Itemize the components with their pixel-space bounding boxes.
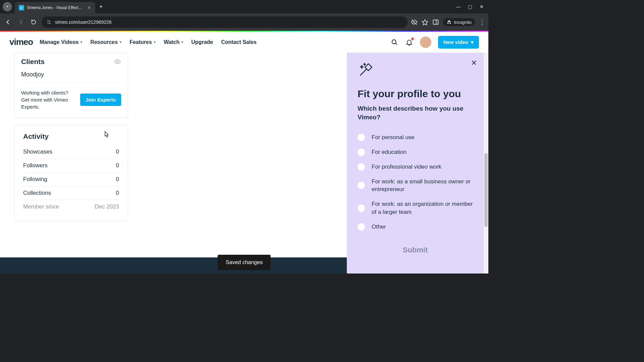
experts-blurb: Working with clients? Get more with Vime… — [21, 89, 75, 110]
nav-resources[interactable]: Resources▾ — [90, 39, 121, 45]
chevron-down-icon: ▾ — [80, 40, 82, 44]
maximize-icon[interactable]: ▢ — [468, 4, 472, 9]
address-bar[interactable]: vimeo.com/user212969226 — [42, 16, 408, 28]
site-header: vimeo Manage Videos▾ Resources▾ Features… — [0, 32, 488, 53]
activity-row-member-since: Member since Dec 2023 — [23, 200, 119, 214]
notifications-icon[interactable] — [405, 38, 413, 46]
activity-row-showcases[interactable]: Showcases 0 — [23, 145, 119, 159]
radio-icon — [358, 223, 365, 231]
main-nav: Manage Videos▾ Resources▾ Features▾ Watc… — [40, 39, 257, 45]
option-small-business[interactable]: For work: as a small business owner or e… — [358, 178, 473, 194]
nav-watch[interactable]: Watch▾ — [164, 39, 183, 45]
browser-profile-chip[interactable] — [3, 2, 12, 11]
incognito-chip[interactable]: Incognito — [443, 18, 475, 26]
client-item[interactable]: Moodjoy — [21, 71, 121, 83]
panel-title: Fit your profile to you — [358, 88, 473, 100]
activity-card: Activity Showcases 0 Followers 0 Followi… — [14, 125, 128, 221]
site-settings-icon[interactable] — [46, 19, 52, 25]
nav-manage-videos[interactable]: Manage Videos▾ — [40, 39, 82, 45]
magic-wand-icon — [358, 63, 473, 79]
chevron-down-icon: ▾ — [471, 39, 474, 45]
option-professional[interactable]: For professional video work — [358, 163, 473, 171]
profile-questionnaire-panel: ✕ Fit your profile to you Which best des… — [347, 53, 484, 274]
svg-line-11 — [395, 43, 397, 44]
option-organization[interactable]: For work: as an organization or member o… — [358, 200, 473, 216]
url-text: vimeo.com/user212969226 — [55, 19, 112, 25]
option-other[interactable]: Other — [358, 223, 473, 231]
radio-icon — [358, 163, 365, 171]
vimeo-favicon: v — [19, 5, 24, 10]
window-controls: — ▢ ✕ — [456, 4, 486, 9]
browser-tab[interactable]: v Sheena Jones - Visual Effects P ✕ — [15, 2, 95, 13]
clients-heading: Clients — [21, 58, 45, 66]
avatar[interactable] — [420, 37, 431, 48]
svg-marker-0 — [6, 6, 9, 7]
svg-point-4 — [49, 23, 50, 24]
svg-point-12 — [116, 61, 118, 63]
toast-saved-changes: Saved changes — [218, 255, 271, 270]
minimize-icon[interactable]: — — [456, 4, 461, 9]
radio-icon — [358, 182, 365, 189]
browser-titlebar: v Sheena Jones - Visual Effects P ✕ + — … — [0, 0, 488, 13]
new-video-button[interactable]: New video ▾ — [438, 36, 479, 49]
nav-features[interactable]: Features▾ — [129, 39, 156, 45]
visibility-icon[interactable] — [114, 58, 121, 65]
chevron-down-icon: ▾ — [181, 40, 183, 44]
scrollbar-thumb[interactable] — [484, 153, 488, 227]
radio-icon — [358, 148, 365, 156]
radio-icon — [358, 134, 365, 141]
chevron-down-icon: ▾ — [154, 40, 156, 44]
new-tab-button[interactable]: + — [99, 3, 103, 10]
svg-marker-7 — [422, 20, 428, 25]
nav-upgrade[interactable]: Upgrade — [191, 39, 213, 45]
tab-title: Sheena Jones - Visual Effects P — [27, 5, 84, 10]
reload-button[interactable] — [29, 17, 38, 27]
tab-close-icon[interactable]: ✕ — [87, 5, 91, 10]
submit-button[interactable]: Submit — [358, 240, 473, 260]
activity-heading: Activity — [23, 132, 119, 140]
svg-point-10 — [392, 40, 396, 44]
page-viewport: vimeo Manage Videos▾ Resources▾ Features… — [0, 31, 488, 274]
svg-line-14 — [360, 69, 367, 75]
activity-row-collections[interactable]: Collections 0 — [23, 186, 119, 200]
join-experts-button[interactable]: Join Experts — [80, 94, 121, 106]
panel-subtitle: Which best describes how you use Vimeo? — [358, 104, 473, 121]
bookmark-star-icon[interactable] — [422, 19, 428, 25]
option-personal[interactable]: For personal use — [358, 133, 473, 141]
search-icon[interactable] — [390, 38, 398, 46]
close-window-icon[interactable]: ✕ — [480, 4, 484, 9]
option-education[interactable]: For education — [358, 148, 473, 156]
side-panel-icon[interactable] — [432, 19, 439, 25]
page-content: Clients Moodjoy Working with clients? Ge… — [0, 53, 488, 274]
nav-contact-sales[interactable]: Contact Sales — [221, 39, 257, 45]
eye-off-icon[interactable] — [411, 19, 418, 25]
activity-row-following[interactable]: Following 0 — [23, 173, 119, 186]
kebab-menu-icon[interactable]: ⋮ — [479, 18, 485, 26]
clients-card: Clients Moodjoy Working with clients? Ge… — [14, 53, 128, 118]
close-icon[interactable]: ✕ — [471, 59, 477, 67]
page-scrollbar[interactable] — [484, 53, 488, 274]
svg-rect-8 — [433, 20, 438, 24]
activity-row-followers[interactable]: Followers 0 — [23, 159, 119, 173]
radio-icon — [358, 204, 365, 212]
vimeo-logo[interactable]: vimeo — [9, 37, 33, 47]
browser-toolbar: vimeo.com/user212969226 Incognito ⋮ — [0, 13, 488, 31]
chevron-down-icon: ▾ — [120, 40, 121, 44]
notification-dot — [411, 38, 414, 40]
svg-point-1 — [48, 20, 49, 21]
back-button[interactable] — [3, 17, 13, 27]
forward-button[interactable] — [16, 17, 25, 27]
